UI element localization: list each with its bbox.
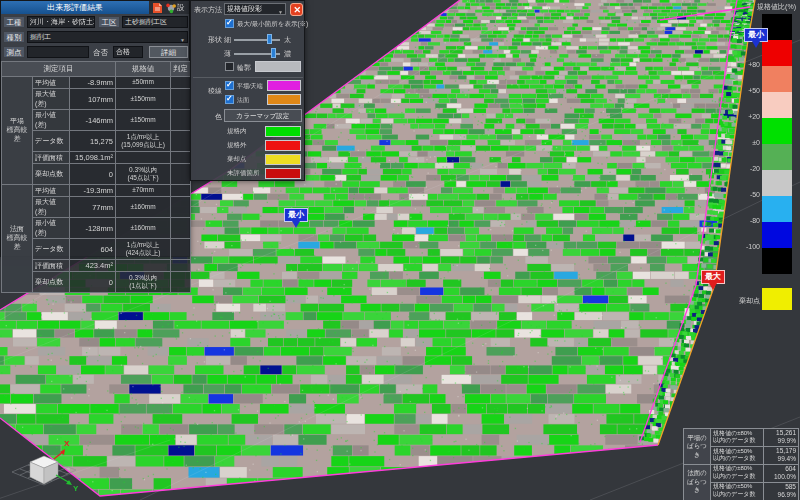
settings-gear-icon[interactable] <box>165 2 177 14</box>
stats-row: 法面のばらつき規格値の±80%以内のデータ数604100.0% <box>684 464 799 482</box>
orientation-gizmo[interactable]: X Y <box>4 428 84 496</box>
scale-color-block <box>762 92 792 118</box>
window-title: 出来形評価結果 <box>1 1 149 14</box>
station-input[interactable] <box>27 46 89 58</box>
thickness-slider[interactable] <box>234 39 280 41</box>
marker-flag-label: 最大 <box>701 270 725 284</box>
ridge-color-swatch[interactable] <box>267 94 301 105</box>
slider1-min-label: 細 <box>224 35 231 45</box>
measurement-judge <box>171 164 191 185</box>
scale-tick-label: -80 <box>750 217 760 224</box>
measurement-item: データ数 <box>33 239 70 260</box>
measurement-spec: ±150mm <box>116 89 171 110</box>
measurement-value: 15,098.1m² <box>70 152 116 164</box>
measurement-value: 77mm <box>70 197 116 218</box>
scale-tick-label: -100 <box>746 243 760 250</box>
measurement-value: -8.9mm <box>70 77 116 89</box>
measurement-row: 平場標高較差平均値-8.9mm±50mm <box>2 77 191 89</box>
marker-tail <box>709 283 717 290</box>
ridge-checkbox[interactable] <box>225 81 234 90</box>
stats-spec-label: 規格値の±80%以内のデータ数 <box>711 429 764 447</box>
measurement-judge <box>171 218 191 239</box>
measurement-spec: ±160mm <box>116 218 171 239</box>
measurement-judge <box>171 185 191 197</box>
display-method-select[interactable]: 規格値段彩 <box>224 3 286 15</box>
close-icon[interactable] <box>290 3 303 16</box>
stats-group-label: 平場のばらつき <box>684 429 711 465</box>
stats-group-label: 法面のばらつき <box>684 464 711 500</box>
category-label: 種別 <box>3 31 25 43</box>
ridge-color-swatch[interactable] <box>267 80 301 91</box>
shape-label: 形状 <box>192 35 222 45</box>
divider <box>193 77 303 78</box>
worktype-label: 工種 <box>3 16 25 28</box>
outline-color-swatch[interactable] <box>255 61 301 72</box>
detail-button[interactable]: 詳細 <box>149 46 188 58</box>
measurement-value: -19.3mm <box>70 185 116 197</box>
measurement-item: データ数 <box>33 131 70 152</box>
measurement-item: 最小値(差) <box>33 110 70 131</box>
gizmo-x-axis: X <box>54 439 70 459</box>
measurement-value: 0 <box>70 272 116 293</box>
scale-tick-label: -20 <box>750 165 760 172</box>
svg-text:X: X <box>64 439 70 448</box>
measurement-judge <box>171 77 191 89</box>
passfail-value: 合格 <box>113 46 143 58</box>
outline-label: 輪郭 <box>237 63 251 73</box>
color-label: 色 <box>192 112 222 122</box>
measurement-spec: ±50mm <box>116 77 171 89</box>
marker-tail <box>752 41 760 48</box>
measurement-row: 法面標高較差平均値-19.3mm±70mm <box>2 185 191 197</box>
outline-checkbox[interactable] <box>225 62 234 71</box>
measurement-value: -146mm <box>70 110 116 131</box>
stats-value: 604100.0% <box>764 464 799 482</box>
ridge-item-label: 法面 <box>237 96 249 105</box>
measurement-judge <box>171 131 191 152</box>
ridge-checkbox[interactable] <box>225 95 234 104</box>
measurement-spec: ±160mm <box>116 197 171 218</box>
density-slider-handle[interactable] <box>271 48 276 58</box>
measurement-group-label: 法面標高較差 <box>2 185 33 293</box>
legend-label: 規格外 <box>227 141 247 150</box>
header-item: 測定項目 <box>2 62 116 77</box>
measurement-table: 測定項目 規格値 判定 平場標高較差平均値-8.9mm±50mm最大値(差)10… <box>1 61 191 293</box>
report-icon[interactable] <box>151 2 163 14</box>
measurement-spec: 1点/m²以上(424点以上) <box>116 239 171 260</box>
titlebar-accent: 出来形評価結果 <box>1 1 149 14</box>
measurement-spec: 1点/m²以上(15,099点以上) <box>116 131 171 152</box>
measurement-spec: ±70mm <box>116 185 171 197</box>
measurement-judge <box>171 89 191 110</box>
measurement-spec <box>116 260 171 272</box>
measurement-judge <box>171 152 191 164</box>
measurement-spec: 0.3%以内(1点以下) <box>116 272 171 293</box>
measurement-group-label: 平場標高較差 <box>2 77 33 185</box>
marker-flag-label: 最小 <box>284 208 308 222</box>
measurement-item: 評価面積 <box>33 260 70 272</box>
measurement-judge <box>171 110 191 131</box>
legend-label: 規格内 <box>227 127 247 136</box>
stats-row: 平場のばらつき規格値の±80%以内のデータ数15,26199.9% <box>684 429 799 447</box>
measurement-judge <box>171 272 191 293</box>
show-minmax-checkbox[interactable] <box>225 19 234 28</box>
passfail-label: 合否 <box>93 48 108 58</box>
measurement-value: 604 <box>70 239 116 260</box>
window-titlebar[interactable]: 出来形評価結果 設定 <box>1 1 189 14</box>
slider1-max-label: 太 <box>284 35 291 45</box>
legend-color-swatch <box>265 168 301 179</box>
measurement-judge <box>171 197 191 218</box>
scale-color-block <box>762 222 792 248</box>
worktype-value: 河川・海岸・砂防土工 <box>27 16 95 28</box>
svg-text:Y: Y <box>73 484 79 493</box>
measurement-judge <box>171 239 191 260</box>
category-select[interactable]: 掘削工 <box>27 31 188 43</box>
header-spec: 規格値 <box>116 62 171 77</box>
scale-color-block <box>762 118 792 144</box>
measurement-value: 0 <box>70 164 116 185</box>
workarea-value: 土砂掘削工区 <box>122 16 188 28</box>
stats-value: 15,26199.9% <box>764 429 799 447</box>
color-scale-title: 規格値比(%) <box>757 2 796 12</box>
stats-spec-label: 規格値の±80%以内のデータ数 <box>711 464 764 482</box>
scale-tick-label: +20 <box>748 113 760 120</box>
colormap-settings-button[interactable]: カラーマップ設定 <box>224 109 302 122</box>
thickness-slider-handle[interactable] <box>267 34 272 44</box>
